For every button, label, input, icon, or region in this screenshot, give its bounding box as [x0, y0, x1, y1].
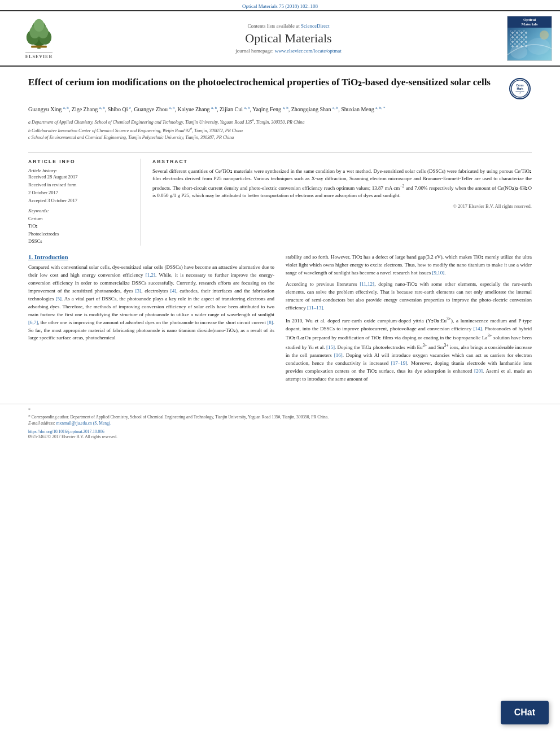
- title-row: Effect of cerium ion modifications on th…: [28, 76, 532, 101]
- abstract-col: ABSTRACT Several different quantities of…: [141, 159, 532, 246]
- history-label: Article history:: [28, 168, 129, 173]
- homepage-link[interactable]: www.elsevier.com/locate/optmat: [275, 48, 342, 54]
- svg-rect-9: [31, 46, 47, 48]
- corresponding-mark: *: [28, 408, 532, 413]
- doi-bar: Optical Materials 75 (2018) 102–108: [0, 0, 560, 10]
- body-col-left: 1. Introduction Compared with convention…: [28, 254, 274, 387]
- journal-title-area: Contents lists available at ScienceDirec…: [76, 23, 501, 54]
- footer-section: * * Corresponding author. Department of …: [0, 404, 560, 442]
- elsevier-logo: ELSEVIER: [8, 18, 70, 59]
- crossmark-icon: Cross Mark ✓: [509, 78, 531, 99]
- issn-line: 0925-3467/© 2017 Elsevier B.V. All right…: [28, 434, 532, 439]
- received-date: Received 28 August 2017: [28, 174, 129, 180]
- keyword-dsscs: DSSCs: [28, 238, 129, 246]
- authors-line: Guangyu Xing a, b, Zige Zhang a, b, Shib…: [28, 105, 532, 114]
- affiliation-b: b Collaborative Innovation Center of Che…: [28, 126, 532, 134]
- article-info-heading: ARTICLE INFO: [28, 159, 129, 164]
- abstract-heading: ABSTRACT: [152, 159, 532, 164]
- svg-point-12: [540, 30, 549, 40]
- body-col-right: stability and so forth. However, TiO₂ ha…: [286, 254, 532, 387]
- keyword-tio2: TiO₂: [28, 222, 129, 230]
- cover-title: OpticalMaterials: [508, 16, 552, 28]
- affiliation-a: a Department of Applied Chemistry, Schoo…: [28, 117, 532, 126]
- info-abstract-section: ARTICLE INFO Article history: Received 2…: [0, 159, 560, 246]
- journal-homepage: journal homepage: www.elsevier.com/locat…: [76, 48, 501, 54]
- affiliation-c: c School of Environmental and Chemical E…: [28, 134, 532, 141]
- accepted-date: Accepted 3 October 2017: [28, 198, 129, 203]
- email-line: E-mail address: mxnmail@tju.edu.cn (S. M…: [28, 420, 532, 426]
- email-value: mxnmail@tju.edu.cn (S. Meng).: [56, 421, 111, 426]
- copyright-line: © 2017 Elsevier B.V. All rights reserved…: [152, 203, 532, 209]
- intro-para1: Compared with conventional solar cells, …: [28, 264, 274, 342]
- keyword-photoelectrodes: Photoelectrodes: [28, 230, 129, 238]
- keywords-label: Keywords:: [28, 208, 129, 213]
- affiliations: a Department of Applied Chemistry, Schoo…: [28, 117, 532, 141]
- abstract-text: Several different quantities of Ce/TiO₂ …: [152, 168, 532, 200]
- intro-para-right2: According to previous literatures [11,12…: [286, 281, 532, 312]
- svg-text:✓: ✓: [519, 92, 521, 94]
- article-info-col: ARTICLE INFO Article history: Received 2…: [28, 159, 141, 246]
- svg-text:Mark: Mark: [517, 88, 523, 90]
- contents-line: Contents lists available at ScienceDirec…: [76, 23, 501, 29]
- corresponding-note: * Corresponding author. Department of Ap…: [28, 414, 532, 420]
- two-col-body: 1. Introduction Compared with convention…: [28, 254, 532, 387]
- elsevier-tree-icon: [16, 18, 62, 51]
- crossmark-badge: Cross Mark ✓: [509, 78, 532, 101]
- sciencedirect-link[interactable]: ScienceDirect: [301, 23, 329, 29]
- keyword-cerium: Cerium: [28, 215, 129, 223]
- divider-1: [28, 152, 532, 153]
- chat-button[interactable]: CHat: [501, 701, 549, 724]
- main-body: 1. Introduction Compared with convention…: [0, 246, 560, 398]
- email-label: E-mail address:: [28, 421, 55, 426]
- article-section: Effect of cerium ion modifications on th…: [0, 67, 560, 147]
- journal-cover-image: OpticalMaterials: [507, 16, 552, 61]
- intro-heading: 1. Introduction: [28, 254, 274, 260]
- revised-date: 2 October 2017: [28, 190, 129, 195]
- journal-name: Optical Materials: [76, 31, 501, 46]
- elsevier-wordmark: ELSEVIER: [25, 53, 53, 59]
- revised-label: Received in revised form: [28, 182, 129, 187]
- intro-para-right3: In 2010, Wu et al. doped rare-earth oxid…: [286, 316, 532, 384]
- doi-text: Optical Materials 75 (2018) 102–108: [242, 3, 318, 9]
- doi-footer[interactable]: https://doi.org/10.1016/j.optmat.2017.10…: [28, 429, 532, 434]
- svg-point-7: [34, 19, 44, 32]
- svg-text:Cross: Cross: [516, 84, 524, 87]
- article-title: Effect of cerium ion modifications on th…: [28, 76, 504, 89]
- svg-point-10: [510, 45, 527, 59]
- cover-mock-image: [508, 28, 552, 60]
- intro-para-right1: stability and so forth. However, TiO₂ ha…: [286, 254, 532, 277]
- page-wrapper: Optical Materials 75 (2018) 102–108 ELSE…: [0, 0, 560, 747]
- journal-header: ELSEVIER Contents lists available at Sci…: [0, 10, 560, 67]
